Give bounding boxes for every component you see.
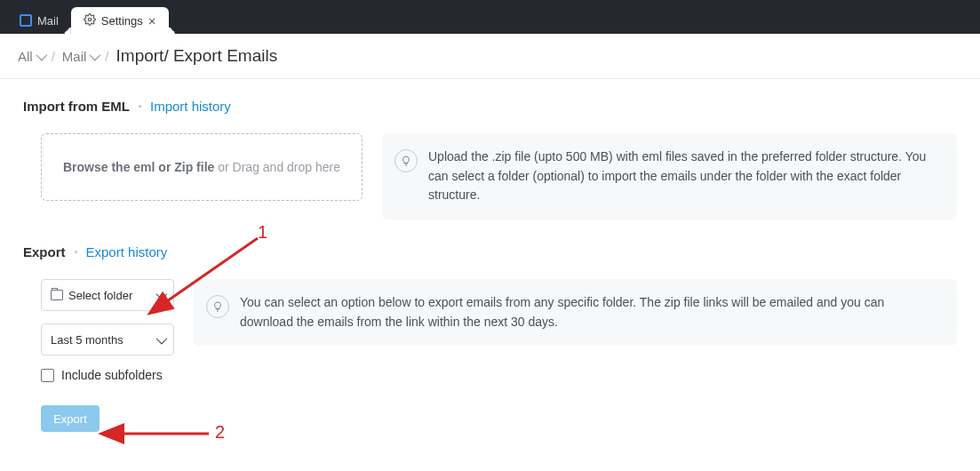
page-title: Import/ Export Emails	[116, 46, 278, 66]
import-dropzone[interactable]: Browse the eml or Zip file or Drag and d…	[41, 133, 363, 201]
export-hint: You can select an option below to export…	[194, 279, 957, 346]
import-title: Import from EML	[23, 99, 130, 114]
period-label: Last 5 months	[51, 333, 156, 347]
include-subfolders-checkbox[interactable]: Include subfolders	[41, 368, 174, 382]
crumb-sep: /	[105, 49, 108, 64]
dropzone-bold: Browse the eml or Zip file	[63, 160, 214, 174]
import-hint: Upload the .zip file (upto 500 MB) with …	[382, 133, 957, 220]
svg-point-0	[88, 18, 92, 21]
chevron-down-icon	[156, 288, 168, 299]
crumb-mail[interactable]: Mail	[62, 49, 99, 64]
dropzone-rest: or Drag and drop here	[214, 160, 340, 174]
tab-settings[interactable]: Settings ×	[71, 7, 169, 34]
gear-icon	[84, 13, 96, 28]
include-subfolders-label: Include subfolders	[61, 368, 163, 382]
checkbox-icon	[41, 369, 54, 382]
chevron-down-icon	[90, 49, 101, 60]
close-icon[interactable]: ×	[148, 14, 156, 28]
separator-dot	[139, 105, 141, 108]
import-history-link[interactable]: Import history	[150, 99, 231, 114]
select-folder-label: Select folder	[68, 289, 156, 302]
crumb-all-label: All	[18, 49, 33, 64]
separator-dot	[75, 251, 77, 253]
export-section-header: Export Export history	[23, 244, 957, 259]
export-hint-text: You can select an option below to export…	[240, 293, 939, 331]
crumb-mail-label: Mail	[62, 49, 87, 64]
crumb-sep: /	[52, 49, 55, 64]
select-folder-dropdown[interactable]: Select folder	[41, 279, 174, 311]
tab-settings-label: Settings	[101, 14, 143, 28]
period-dropdown[interactable]: Last 5 months	[41, 323, 174, 355]
crumb-all[interactable]: All	[18, 49, 44, 64]
import-hint-text: Upload the .zip file (upto 500 MB) with …	[428, 148, 939, 205]
mail-icon	[20, 14, 32, 27]
export-title: Export	[23, 244, 66, 259]
chevron-down-icon	[156, 332, 168, 344]
lightbulb-icon	[394, 149, 418, 172]
export-button[interactable]: Export	[41, 405, 100, 432]
tab-mail-label: Mail	[37, 14, 59, 28]
tab-bar: Mail Settings ×	[0, 0, 980, 34]
import-section-header: Import from EML Import history	[23, 99, 957, 114]
chevron-down-icon	[36, 49, 47, 60]
breadcrumb: All / Mail / Import/ Export Emails	[0, 34, 980, 79]
folder-icon	[51, 290, 63, 300]
lightbulb-icon	[206, 295, 229, 318]
export-history-link[interactable]: Export history	[86, 244, 168, 259]
tab-mail[interactable]: Mail	[7, 7, 71, 34]
